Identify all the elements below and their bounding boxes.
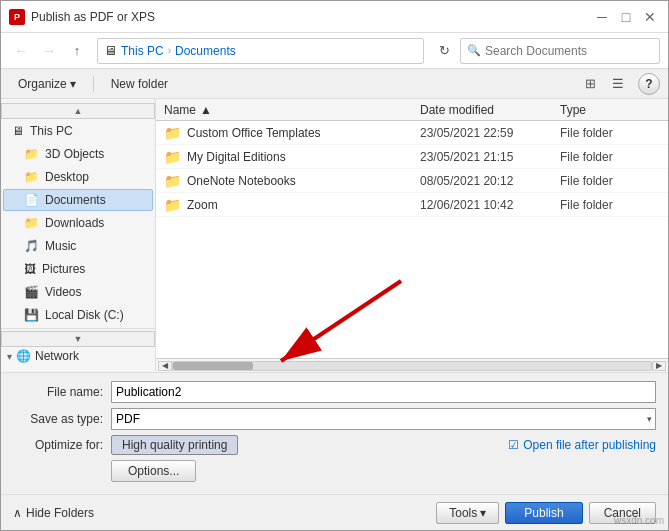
table-row[interactable]: 📁 My Digital Editions 23/05/2021 21:15 F… (156, 145, 668, 169)
optimize-label: Optimize for: (13, 438, 103, 452)
sidebar-item-3d-objects[interactable]: 📁 3D Objects (3, 143, 153, 165)
save-type-label: Save as type: (13, 412, 103, 426)
file-date-cell: 23/05/2021 22:59 (420, 126, 560, 140)
search-icon: 🔍 (467, 44, 481, 57)
breadcrumb-sep1: › (168, 45, 171, 56)
forward-button[interactable]: → (37, 39, 61, 63)
sidebar-item-label: This PC (30, 124, 73, 138)
optimize-row: Optimize for: High quality printing ☑ Op… (13, 435, 656, 455)
sidebar-item-desktop[interactable]: 📁 Desktop (3, 166, 153, 188)
sidebar-separator (1, 328, 155, 329)
file-name-cell: 📁 My Digital Editions (164, 149, 420, 165)
sidebar: ▲ 🖥 This PC 📁 3D Objects 📁 Desktop 📄 Doc… (1, 99, 156, 372)
file-list-container: Name ▲ Date modified Type 📁 Custom Offic… (156, 99, 668, 372)
folder-icon: 📁 (24, 216, 39, 230)
sidebar-item-videos[interactable]: 🎬 Videos (3, 281, 153, 303)
file-list-header: Name ▲ Date modified Type (156, 99, 668, 121)
file-type-cell: File folder (560, 198, 660, 212)
file-name-text: OneNote Notebooks (187, 174, 296, 188)
cancel-button[interactable]: Cancel (589, 502, 656, 524)
file-date-cell: 12/06/2021 10:42 (420, 198, 560, 212)
videos-icon: 🎬 (24, 285, 39, 299)
title-bar: P Publish as PDF or XPS ─ □ ✕ (1, 1, 668, 33)
window-controls: ─ □ ✕ (592, 7, 660, 27)
options-button[interactable]: Options... (111, 460, 196, 482)
sidebar-item-label: Desktop (45, 170, 89, 184)
horizontal-scrollbar: ◀ ▶ (156, 358, 668, 372)
music-icon: 🎵 (24, 239, 39, 253)
publish-button[interactable]: Publish (505, 502, 582, 524)
file-name-cell: 📁 Zoom (164, 197, 420, 213)
window-title: Publish as PDF or XPS (31, 10, 155, 24)
network-toggle-icon: ▾ (7, 351, 12, 362)
open-after-publishing[interactable]: ☑ Open file after publishing (508, 438, 656, 452)
tools-button[interactable]: Tools ▾ (436, 502, 499, 524)
sidebar-item-this-pc[interactable]: 🖥 This PC (3, 120, 153, 142)
folder-icon: 📁 (164, 125, 181, 141)
sidebar-item-local-disk[interactable]: 💾 Local Disk (C:) (3, 304, 153, 326)
sidebar-item-label: Pictures (42, 262, 85, 276)
hide-folders-button[interactable]: ∧ Hide Folders (13, 506, 94, 520)
breadcrumb-pc[interactable]: This PC (121, 44, 164, 58)
close-button[interactable]: ✕ (640, 7, 660, 27)
pictures-icon: 🖼 (24, 262, 36, 276)
hide-folders-label: Hide Folders (26, 506, 94, 520)
save-type-select[interactable]: PDF XPS Document (111, 408, 656, 430)
checkbox-icon: ☑ (508, 438, 519, 452)
refresh-button[interactable]: ↻ (432, 39, 456, 63)
minimize-button[interactable]: ─ (592, 7, 612, 27)
file-type-cell: File folder (560, 126, 660, 140)
toolbar-separator (93, 76, 94, 92)
folder-icon: 📁 (24, 170, 39, 184)
sidebar-item-label: Local Disk (C:) (45, 308, 124, 322)
sidebar-item-network[interactable]: ▾ 🌐 Network (1, 347, 155, 365)
view-button[interactable]: ⊞ (578, 73, 602, 95)
hscroll-left-button[interactable]: ◀ (158, 361, 172, 371)
breadcrumb-icon: 🖥 (104, 43, 117, 58)
open-after-label: Open file after publishing (523, 438, 656, 452)
file-date-cell: 23/05/2021 21:15 (420, 150, 560, 164)
file-name-text: Custom Office Templates (187, 126, 321, 140)
sidebar-item-documents[interactable]: 📄 Documents (3, 189, 153, 211)
file-name-input[interactable] (111, 381, 656, 403)
hscroll-thumb[interactable] (173, 362, 253, 370)
options-row: Options... (111, 460, 656, 482)
sidebar-network-label: Network (35, 349, 79, 363)
file-name-text: My Digital Editions (187, 150, 286, 164)
table-row[interactable]: 📁 Custom Office Templates 23/05/2021 22:… (156, 121, 668, 145)
help-button[interactable]: ? (638, 73, 660, 95)
sidebar-item-label: Videos (45, 285, 81, 299)
bottom-bar: ∧ Hide Folders Tools ▾ Publish Cancel (1, 494, 668, 530)
sidebar-item-label: Documents (45, 193, 106, 207)
maximize-button[interactable]: □ (616, 7, 636, 27)
hscroll-right-button[interactable]: ▶ (652, 361, 666, 371)
sidebar-item-label: Downloads (45, 216, 104, 230)
view-details-button[interactable]: ☰ (606, 73, 630, 95)
table-row[interactable]: 📁 OneNote Notebooks 08/05/2021 20:12 Fil… (156, 169, 668, 193)
column-date: Date modified (420, 103, 560, 117)
bottom-actions: Tools ▾ Publish Cancel (436, 502, 656, 524)
bottom-form: File name: Save as type: PDF XPS Documen… (1, 372, 668, 494)
folder-icon: 📁 (164, 197, 181, 213)
search-bar: 🔍 (460, 38, 660, 64)
sidebar-item-music[interactable]: 🎵 Music (3, 235, 153, 257)
sidebar-item-downloads[interactable]: 📁 Downloads (3, 212, 153, 234)
sidebar-item-pictures[interactable]: 🖼 Pictures (3, 258, 153, 280)
search-input[interactable] (485, 44, 653, 58)
app-icon: P (9, 9, 25, 25)
back-button[interactable]: ← (9, 39, 33, 63)
network-icon: 🌐 (16, 349, 31, 363)
sidebar-scroll-up[interactable]: ▲ (1, 103, 155, 119)
table-row[interactable]: 📁 Zoom 12/06/2021 10:42 File folder (156, 193, 668, 217)
file-date-cell: 08/05/2021 20:12 (420, 174, 560, 188)
file-list: 📁 Custom Office Templates 23/05/2021 22:… (156, 121, 668, 358)
documents-icon: 📄 (24, 193, 39, 207)
organize-button[interactable]: Organize ▾ (9, 73, 85, 95)
breadcrumb-folder[interactable]: Documents (175, 44, 236, 58)
up-button[interactable]: ↑ (65, 39, 89, 63)
optimize-high-quality-button[interactable]: High quality printing (111, 435, 238, 455)
sidebar-item-label: Music (45, 239, 76, 253)
save-type-row: Save as type: PDF XPS Document ▾ (13, 408, 656, 430)
sidebar-scroll-down[interactable]: ▼ (1, 331, 155, 347)
new-folder-button[interactable]: New folder (102, 73, 177, 95)
